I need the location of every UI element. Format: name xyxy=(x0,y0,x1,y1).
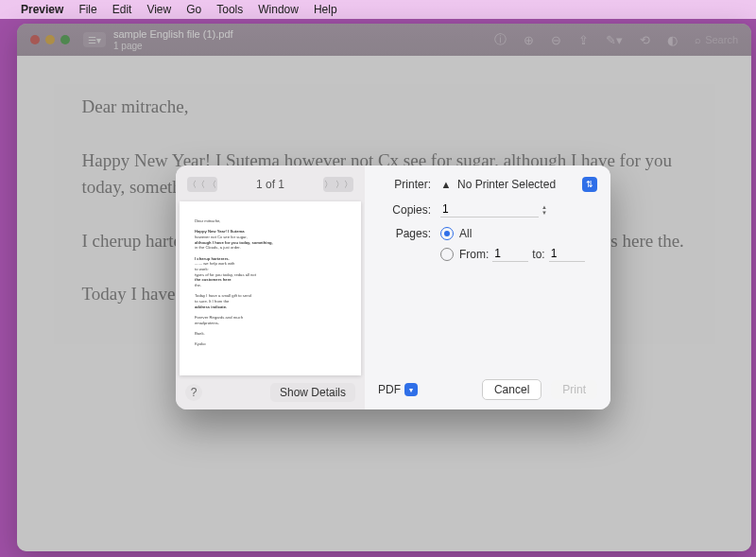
prev-page-button[interactable]: 〈〈 〈 xyxy=(187,177,217,192)
chevron-updown-icon[interactable]: ⇅ xyxy=(582,177,597,192)
rotate-icon[interactable]: ⟲ xyxy=(640,33,650,47)
app-menu[interactable]: Preview xyxy=(21,3,63,16)
share-icon[interactable]: ⇪ xyxy=(578,33,589,47)
sidebar-toggle-button[interactable]: ☰▾ xyxy=(83,32,106,47)
print-preview-pane: 〈〈 〈 1 of 1 〉 〉〉 Dear mitrache, Happy Ne… xyxy=(176,165,365,409)
markup-icon[interactable]: ✎▾ xyxy=(606,33,623,47)
pages-label: Pages: xyxy=(378,227,431,240)
radio-unselected-icon xyxy=(440,248,454,261)
window-subtitle: 1 page xyxy=(113,41,233,51)
show-details-button[interactable]: Show Details xyxy=(270,383,355,402)
printer-value: No Printer Selected xyxy=(457,178,556,191)
pages-from-input[interactable] xyxy=(492,246,528,262)
menu-bar[interactable]: Preview File Edit View Go Tools Window H… xyxy=(0,0,756,19)
menu-go[interactable]: Go xyxy=(186,3,201,16)
page-indicator: 1 of 1 xyxy=(256,178,284,191)
pages-range-radio[interactable]: From: to: xyxy=(440,246,589,262)
cancel-button[interactable]: Cancel xyxy=(482,379,541,400)
zoom-out-icon[interactable]: ⊖ xyxy=(551,33,561,47)
window-title: sample English file (1).pdf xyxy=(113,28,233,40)
printer-select[interactable]: ▲ No Printer Selected ⇅ xyxy=(440,177,597,192)
doc-paragraph: Dear mitrache, xyxy=(82,94,687,121)
printer-label: Printer: xyxy=(378,178,431,191)
next-page-button[interactable]: 〉 〉〉 xyxy=(323,177,353,192)
traffic-lights[interactable] xyxy=(30,35,70,44)
pages-all-radio[interactable]: All xyxy=(440,227,589,240)
menu-help[interactable]: Help xyxy=(314,3,337,16)
pages-to-input[interactable] xyxy=(549,246,585,262)
search-field[interactable]: ⌕ Search xyxy=(695,34,738,45)
warning-icon: ▲ xyxy=(440,179,452,190)
print-thumbnail: Dear mitrache, Happy New Year! I Sutemah… xyxy=(180,201,361,375)
print-options-pane: Printer: ▲ No Printer Selected ⇅ Copies:… xyxy=(365,165,610,409)
chevron-down-icon: ▾ xyxy=(404,383,418,396)
print-dialog: 〈〈 〈 1 of 1 〉 〉〉 Dear mitrache, Happy Ne… xyxy=(176,165,610,409)
close-window-button[interactable] xyxy=(30,35,40,44)
copies-label: Copies: xyxy=(378,203,431,217)
help-button[interactable]: ? xyxy=(185,384,202,401)
menu-edit[interactable]: Edit xyxy=(112,3,132,16)
print-button[interactable]: Print xyxy=(551,380,597,399)
copies-input[interactable] xyxy=(440,201,539,218)
pdf-menu-button[interactable]: PDF ▾ xyxy=(378,383,418,396)
zoom-window-button[interactable] xyxy=(60,35,70,44)
menu-window[interactable]: Window xyxy=(258,3,299,16)
menu-view[interactable]: View xyxy=(146,3,171,16)
zoom-in-icon[interactable]: ⊕ xyxy=(524,33,534,47)
minimize-window-button[interactable] xyxy=(45,35,55,44)
info-icon[interactable]: ⓘ xyxy=(494,31,507,48)
menu-file[interactable]: File xyxy=(78,3,96,16)
highlight-icon[interactable]: ◐ xyxy=(667,33,678,47)
copies-stepper[interactable]: ▲▼ xyxy=(539,202,550,218)
menu-tools[interactable]: Tools xyxy=(216,3,243,16)
radio-selected-icon xyxy=(440,227,454,240)
window-titlebar: ☰▾ sample English file (1).pdf 1 page ⓘ … xyxy=(17,24,751,56)
